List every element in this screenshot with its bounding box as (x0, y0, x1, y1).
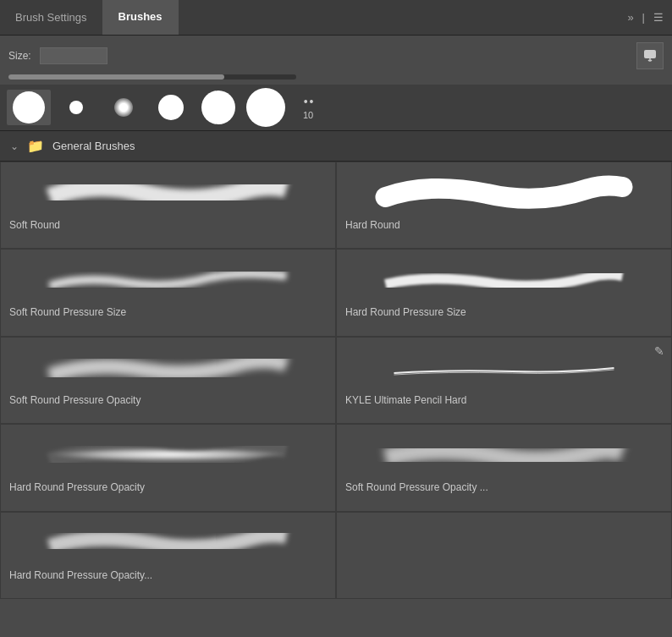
brush-stroke-hard-round-pressure-opacity-2 (9, 519, 327, 566)
brush-stroke-soft-round (9, 169, 327, 216)
expand-icon[interactable]: » (627, 11, 633, 24)
size-input[interactable] (40, 47, 107, 64)
brush-preview-1[interactable] (7, 90, 51, 125)
brush-stroke-soft-round-pressure-size (9, 256, 327, 303)
brush-preset-icon (642, 48, 658, 63)
slider-row (0, 73, 672, 85)
brush-counter[interactable]: • • 10 (291, 90, 325, 125)
tab-actions: » | ☰ (627, 0, 672, 35)
group-header[interactable]: ⌄ 📁 General Brushes (0, 131, 672, 162)
brush-preview-4[interactable] (149, 90, 193, 125)
size-slider[interactable] (8, 74, 296, 80)
brush-cell-hard-round-pressure-size[interactable]: Hard Round Pressure Size (336, 249, 672, 336)
brush-stroke-hard-round-pressure-size (345, 256, 663, 303)
brush-stroke-kyle-ultimate-pencil-hard (345, 344, 663, 391)
brush-name-hard-round: Hard Round (345, 219, 663, 231)
brush-preview-row: • • 10 (0, 85, 672, 131)
brush-preview-5[interactable] (196, 90, 240, 125)
folder-icon: 📁 (27, 138, 44, 154)
menu-icon[interactable]: ☰ (653, 11, 664, 24)
brush-cell-hard-round-pressure-opacity[interactable]: Hard Round Pressure Opacity (0, 424, 336, 511)
chevron-icon: ⌄ (10, 140, 19, 152)
brush-preview-3[interactable] (102, 90, 146, 125)
brush-preview-6[interactable] (244, 90, 288, 125)
brush-cell-empty (336, 512, 672, 599)
brush-cell-hard-round[interactable]: Hard Round (336, 162, 672, 249)
brush-stroke-hard-round (345, 169, 663, 216)
brush-cell-soft-round-pressure-size[interactable]: Soft Round Pressure Size (0, 249, 336, 336)
size-label: Size: (8, 50, 31, 62)
svg-rect-0 (644, 50, 656, 58)
brush-cell-kyle-ultimate-pencil-hard[interactable]: KYLE Ultimate Pencil Hard ✎ (336, 337, 672, 424)
brush-name-hard-round-pressure-opacity: Hard Round Pressure Opacity (9, 481, 327, 493)
size-row: Size: (0, 36, 672, 73)
brush-name-soft-round-pressure-opacity: Soft Round Pressure Opacity (9, 394, 327, 406)
tab-bar: Brush Settings Brushes » | ☰ (0, 0, 672, 36)
brush-name-soft-round-pressure-opacity-2: Soft Round Pressure Opacity ... (345, 481, 663, 493)
brush-cell-soft-round-pressure-opacity[interactable]: Soft Round Pressure Opacity (0, 337, 336, 424)
brush-count: 10 (303, 110, 313, 120)
brush-name-soft-round: Soft Round (9, 219, 327, 231)
brush-cell-soft-round-pressure-opacity-2[interactable]: Soft Round Pressure Opacity ... (336, 424, 672, 511)
brush-stroke-hard-round-pressure-opacity (9, 431, 327, 478)
brush-name-soft-round-pressure-size: Soft Round Pressure Size (9, 306, 327, 318)
brush-preview-2[interactable] (54, 90, 98, 125)
brush-name-hard-round-pressure-size: Hard Round Pressure Size (345, 306, 663, 318)
pencil-icon: ✎ (654, 344, 664, 358)
brush-cell-soft-round[interactable]: Soft Round (0, 162, 336, 249)
brush-name-kyle-ultimate-pencil-hard: KYLE Ultimate Pencil Hard (345, 394, 663, 406)
brush-name-hard-round-pressure-opacity-2: Hard Round Pressure Opacity... (9, 569, 327, 581)
group-label: General Brushes (52, 140, 135, 152)
brush-stroke-soft-round-pressure-opacity (9, 344, 327, 391)
tab-brush-settings[interactable]: Brush Settings (0, 0, 103, 35)
tab-divider: | (642, 11, 645, 24)
brush-preset-button[interactable] (636, 42, 664, 69)
brush-cell-hard-round-pressure-opacity-2[interactable]: Hard Round Pressure Opacity... (0, 512, 336, 599)
brush-stroke-soft-round-pressure-opacity-2 (345, 431, 663, 478)
brush-grid: Soft Round Hard Round Soft Round Pressur… (0, 162, 672, 599)
tab-brushes[interactable]: Brushes (103, 0, 179, 35)
